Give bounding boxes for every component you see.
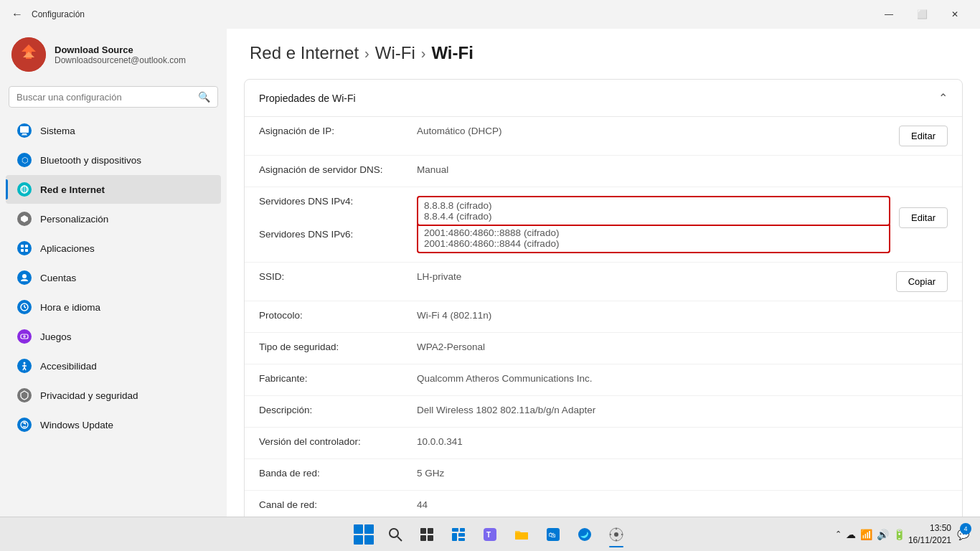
sidebar-label-update: Windows Update	[40, 420, 113, 430]
sidebar-item-personalizacion[interactable]: Personalización	[6, 204, 221, 233]
sidebar-item-privacidad[interactable]: Privacidad y seguridad	[6, 381, 221, 410]
date-display: 16/11/2021	[908, 534, 951, 547]
taskbar-right: ⌃ ☁ 📶 🔊 🔋 13:50 16/11/2021 💬 4	[835, 520, 971, 549]
sidebar-item-juegos[interactable]: Juegos	[6, 322, 221, 351]
time-display: 13:50	[908, 522, 951, 534]
back-button[interactable]: ←	[9, 5, 26, 24]
taskbar-settings[interactable]	[602, 520, 631, 549]
wifi-icon: 📶	[860, 529, 872, 540]
prop-action-ssid: Copiar	[896, 271, 948, 292]
copy-ssid-button[interactable]: Copiar	[896, 271, 948, 292]
breadcrumb-part3: Wi-Fi	[431, 43, 473, 63]
sidebar-item-bluetooth[interactable]: ⬡ Bluetooth y dispositivos	[6, 146, 221, 174]
edit-dns-button[interactable]: Editar	[899, 207, 948, 228]
active-indicator	[609, 546, 623, 547]
widgets-icon	[451, 527, 466, 542]
svg-rect-37	[458, 533, 465, 537]
user-email: Downloadsourcenet@outlook.com	[55, 55, 186, 65]
sistema-icon	[17, 123, 32, 138]
clock[interactable]: 13:50 16/11/2021	[908, 522, 951, 547]
sidebar-label-hora: Hora e idioma	[40, 302, 100, 313]
prop-value-protocolo: Wi-Fi 4 (802.11n)	[417, 310, 948, 321]
windows-logo-icon	[354, 524, 374, 545]
update-icon	[17, 418, 32, 432]
arrow-up-icon[interactable]: ⌃	[835, 529, 842, 539]
titlebar: ← Configuración — ⬜ ✕	[0, 0, 980, 29]
prop-label-banda: Banda de red:	[259, 468, 417, 479]
sidebar-item-aplicaciones[interactable]: Aplicaciones	[6, 234, 221, 263]
prop-value-dns-ipv6: 2001:4860:4860::8888 (cifrado) 2001:4860…	[417, 229, 890, 253]
main-content: Red e Internet › Wi-Fi › Wi-Fi Propiedad…	[227, 29, 980, 517]
hora-icon	[17, 300, 32, 314]
dns-ipv4-block: 8.8.8.8 (cifrado) 8.8.4.4 (cifrado)	[417, 196, 890, 226]
svg-point-14	[22, 274, 27, 278]
search-taskbar-icon	[387, 527, 403, 542]
sidebar-item-accesibilidad[interactable]: Accesibilidad	[6, 352, 221, 380]
taskbar-taskview[interactable]	[413, 520, 441, 549]
privacidad-icon	[17, 388, 32, 402]
edit-ip-button[interactable]: Editar	[899, 126, 948, 146]
notification-area[interactable]: 💬 4	[954, 520, 971, 549]
dns-ipv4-val1: 8.8.8.8 (cifrado)	[424, 200, 883, 211]
taskbar-teams[interactable]: T	[476, 520, 504, 549]
cuentas-icon	[17, 270, 32, 285]
prop-value-ip: Automático (DHCP)	[417, 126, 890, 136]
prop-label-descripcion: Descripción:	[259, 405, 417, 415]
svg-rect-33	[428, 535, 433, 541]
sidebar-label-bluetooth: Bluetooth y dispositivos	[40, 155, 141, 166]
svg-line-17	[24, 307, 26, 308]
section-title: Propiedades de Wi-Fi	[259, 93, 356, 104]
breadcrumb-sep2: ›	[421, 45, 426, 62]
svg-rect-41	[515, 532, 528, 540]
taskbar-search[interactable]	[381, 520, 410, 549]
prop-value-descripcion: Dell Wireless 1802 802.11a/b/g/n Adapter	[417, 405, 948, 415]
teams-icon: T	[482, 527, 498, 542]
prop-label-dns-ipv6: Servidores DNS IPv6:	[259, 229, 417, 240]
taskbar-store[interactable]: 🛍	[539, 520, 567, 549]
sidebar: Download Source Downloadsourcenet@outloo…	[0, 29, 227, 517]
avatar-image	[11, 37, 46, 72]
svg-point-44	[578, 528, 591, 541]
taskbar-explorer[interactable]	[507, 520, 536, 549]
prop-fabricante: Fabricante: Qualcomm Atheros Communicati…	[245, 364, 962, 396]
breadcrumb: Red e Internet › Wi-Fi › Wi-Fi	[227, 29, 980, 70]
svg-rect-36	[452, 533, 457, 541]
taskbar-edge[interactable]	[570, 520, 599, 549]
search-bar[interactable]: 🔍	[9, 86, 218, 108]
breadcrumb-part2: Wi-Fi	[375, 43, 415, 63]
explorer-icon	[514, 527, 529, 542]
prop-value-canal: 44	[417, 499, 948, 510]
taskbar-start[interactable]	[349, 520, 378, 549]
collapse-chevron[interactable]: ⌃	[938, 91, 948, 105]
close-button[interactable]: ✕	[938, 3, 971, 26]
dns-ipv6-val1: 2001:4860:4860::8888 (cifrado)	[424, 227, 883, 238]
prop-label-protocolo: Protocolo:	[259, 310, 417, 321]
taskbar-center: T 🛍	[349, 520, 631, 549]
sidebar-item-update[interactable]: Windows Update	[6, 410, 221, 439]
sidebar-item-sistema[interactable]: Sistema	[6, 116, 221, 145]
sidebar-item-hora[interactable]: Hora e idioma	[6, 293, 221, 321]
sidebar-item-cuentas[interactable]: Cuentas	[6, 263, 221, 292]
sidebar-label-cuentas: Cuentas	[40, 273, 76, 283]
titlebar-left: ← Configuración	[9, 5, 85, 24]
user-section: Download Source Downloadsourcenet@outloo…	[0, 29, 227, 83]
prop-label-ssid: SSID:	[259, 271, 417, 282]
sidebar-item-red[interactable]: Red e Internet	[6, 175, 221, 204]
breadcrumb-part1: Red e Internet	[250, 43, 359, 63]
personalizacion-icon	[17, 212, 32, 226]
svg-rect-32	[420, 535, 426, 541]
svg-point-46	[614, 532, 618, 537]
prop-canal: Canal de red: 44	[245, 491, 962, 517]
maximize-button[interactable]: ⬜	[905, 3, 938, 26]
taskbar-widgets[interactable]	[444, 520, 473, 549]
prop-ip-assignment: Asignación de IP: Automático (DHCP) Edit…	[245, 117, 962, 156]
prop-banda: Banda de red: 5 GHz	[245, 459, 962, 491]
dns-ipv6-row: Servidores DNS IPv6: 2001:4860:4860::888…	[259, 229, 890, 253]
prop-label-canal: Canal de red:	[259, 499, 417, 510]
search-input[interactable]	[17, 92, 192, 103]
svg-line-25	[24, 367, 26, 370]
taskview-icon	[419, 527, 435, 542]
sidebar-label-sistema: Sistema	[40, 126, 75, 136]
svg-point-21	[24, 362, 26, 364]
minimize-button[interactable]: —	[872, 3, 905, 26]
